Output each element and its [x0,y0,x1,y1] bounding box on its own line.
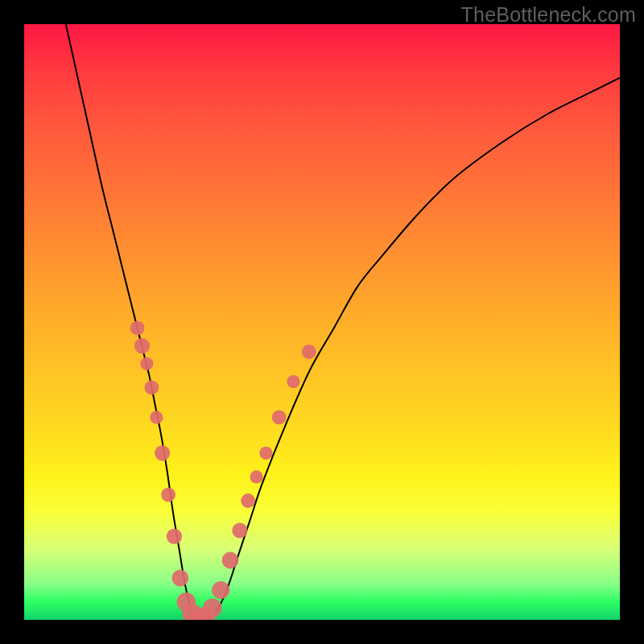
chart-svg [24,24,620,620]
bead-point [250,470,263,483]
bead-point [130,321,145,336]
bead-point [172,570,189,587]
bottleneck-curve [66,24,620,620]
bead-point [167,529,182,544]
bead-point [272,411,287,425]
bead-point [145,381,159,395]
chart-frame: TheBottleneck.com [0,0,644,644]
bead-point [155,445,170,460]
bead-point [232,522,247,538]
bead-point [222,552,239,569]
curve-beads [130,321,316,621]
bead-point [212,581,229,599]
bead-point [241,493,255,508]
bead-point [302,345,316,359]
plot-area [24,24,620,620]
bead-point [259,447,272,460]
bead-point [287,375,299,388]
bead-point [161,488,175,502]
watermark-label: TheBottleneck.com [461,3,636,27]
bead-point [134,338,150,353]
bead-point [203,598,222,617]
bead-point [150,411,163,423]
bead-point [140,357,153,370]
